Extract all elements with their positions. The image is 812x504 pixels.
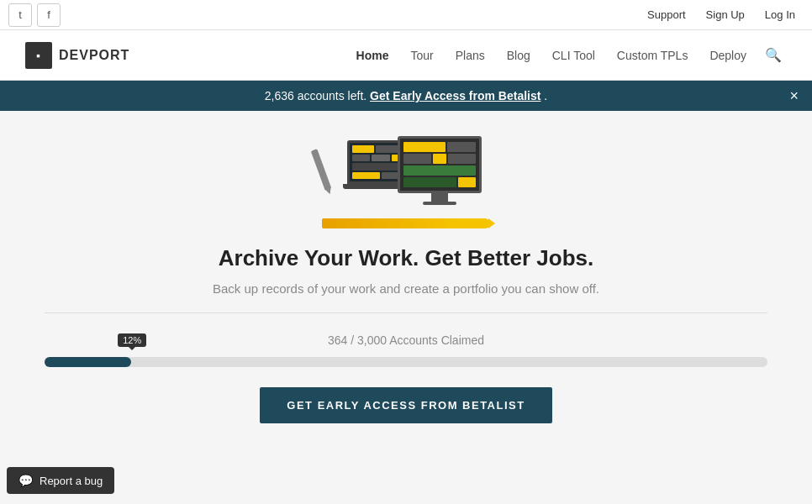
banner-link[interactable]: Get Early Access from Betalist <box>370 89 540 102</box>
hero-headline: Archive Your Work. Get Better Jobs. <box>219 245 593 271</box>
report-bug-label: Report a bug <box>40 475 103 487</box>
twitter-icon[interactable]: t <box>8 3 32 27</box>
hero-subheadline: Back up records of your work and create … <box>213 281 599 296</box>
nav-item-home[interactable]: Home <box>348 45 398 66</box>
nav-item-blog[interactable]: Blog <box>498 45 539 66</box>
progress-section: 364 / 3,000 Accounts Claimed 12% GET EAR… <box>45 333 767 423</box>
header: ▪ DEVPORT Home Tour Plans Blog CLI Tool … <box>0 30 812 81</box>
main-content: Archive Your Work. Get Better Jobs. Back… <box>0 111 812 440</box>
login-link[interactable]: Log In <box>757 5 804 24</box>
top-nav: Support Sign Up Log In <box>639 5 804 24</box>
facebook-icon[interactable]: f <box>37 3 61 27</box>
nav-item-plans[interactable]: Plans <box>447 45 493 66</box>
logo-icon: ▪ <box>25 42 52 69</box>
nav-item-cli-tool[interactable]: CLI Tool <box>544 45 604 66</box>
report-bug-button[interactable]: 💬 Report a bug <box>7 467 114 494</box>
nav-item-custom-tpls[interactable]: Custom TPLs <box>609 45 697 66</box>
cta-button[interactable]: GET EARLY ACCESS FROM BETALIST <box>260 387 551 423</box>
banner-text-suffix: . <box>544 89 547 102</box>
nav-item-tour[interactable]: Tour <box>402 45 441 66</box>
search-icon[interactable]: 🔍 <box>760 42 787 69</box>
social-links: t f <box>8 3 61 27</box>
banner: 2,636 accounts left. Get Early Access fr… <box>0 81 812 111</box>
progress-bar-fill <box>45 357 131 367</box>
pencil-illustration <box>322 218 490 228</box>
banner-text-prefix: 2,636 accounts left. <box>265 89 366 102</box>
monitor-illustration <box>398 136 482 203</box>
main-nav: Home Tour Plans Blog CLI Tool Custom TPL… <box>348 42 787 69</box>
logo[interactable]: ▪ DEVPORT <box>25 42 129 69</box>
divider <box>45 312 767 313</box>
monitor-base <box>423 202 456 205</box>
banner-close-button[interactable]: × <box>789 88 799 103</box>
progress-tooltip: 12% <box>118 333 146 347</box>
hero-illustration <box>314 136 498 228</box>
pen-illustration <box>311 149 332 191</box>
monitor-stand <box>431 193 448 202</box>
logo-text: DEVPORT <box>59 48 129 63</box>
bug-icon: 💬 <box>18 474 33 487</box>
monitor-screen <box>398 136 482 193</box>
support-link[interactable]: Support <box>639 5 694 24</box>
progress-label: 364 / 3,000 Accounts Claimed <box>45 333 767 347</box>
signup-link[interactable]: Sign Up <box>698 5 753 24</box>
nav-item-deploy[interactable]: Deploy <box>701 45 755 66</box>
progress-bar: 12% <box>45 357 767 367</box>
top-bar: t f Support Sign Up Log In <box>0 0 812 30</box>
